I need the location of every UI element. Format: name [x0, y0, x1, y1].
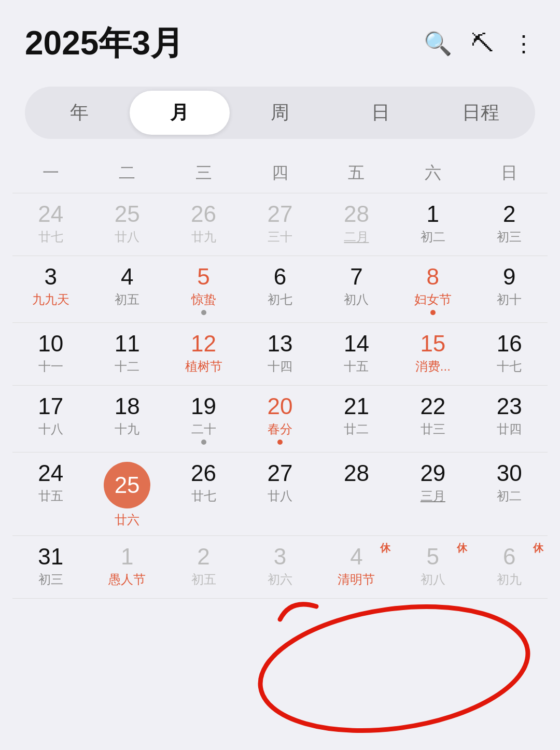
weekday-sat: 六 [395, 158, 471, 189]
week-6: 31 初三 1 愚人节 2 初五 3 初六 休 4 清明节 休 5 初八 休 6… [12, 535, 548, 599]
day-mar-28[interactable]: 28 [318, 452, 395, 535]
event-dot [430, 310, 436, 315]
day-mar-23[interactable]: 23 廿四 [471, 386, 548, 452]
day-mar-29[interactable]: 29 三月 [395, 452, 471, 535]
search-icon[interactable]: 🔍 [424, 30, 452, 57]
day-mar-22[interactable]: 22 廿三 [395, 386, 471, 452]
day-mar-13[interactable]: 13 十四 [242, 323, 318, 385]
day-mar-10[interactable]: 10 十一 [12, 323, 89, 385]
week-3: 10 十一 11 十二 12 植树节 13 十四 14 十五 15 消费... … [12, 322, 548, 385]
header-actions: 🔍 ⛏ ⋮ [424, 30, 535, 57]
day-apr-5[interactable]: 休 5 初八 [395, 536, 471, 598]
day-apr-2[interactable]: 2 初五 [165, 536, 242, 598]
event-dot [277, 440, 283, 445]
rest-badge: 休 [380, 541, 390, 555]
rest-badge: 休 [457, 541, 467, 555]
day-mar-17[interactable]: 17 十八 [12, 386, 89, 452]
filter-icon[interactable]: ⛏ [471, 31, 494, 56]
day-mar-26[interactable]: 26 廿七 [165, 452, 242, 535]
weekday-thu: 四 [242, 158, 318, 189]
rest-badge: 休 [533, 541, 543, 555]
weekday-mon: 一 [12, 158, 89, 189]
more-icon[interactable]: ⋮ [512, 30, 535, 56]
day-mar-19[interactable]: 19 二十 [165, 386, 242, 452]
day-apr-3[interactable]: 3 初六 [242, 536, 318, 598]
day-mar-24[interactable]: 24 廿五 [12, 452, 89, 535]
day-mar-18[interactable]: 18 十九 [89, 386, 165, 452]
day-feb-25[interactable]: 25 廿八 [89, 193, 165, 256]
day-feb-28[interactable]: 28 二月 [318, 193, 395, 256]
day-mar-20[interactable]: 20 春分 [242, 386, 318, 452]
week-1: 24 廿七 25 廿八 26 廿九 27 三十 28 二月 1 初二 2 初三 [12, 193, 548, 256]
calendar-grid: 24 廿七 25 廿八 26 廿九 27 三十 28 二月 1 初二 2 初三 [0, 193, 560, 599]
tab-month[interactable]: 月 [130, 91, 230, 135]
day-mar-14[interactable]: 14 十五 [318, 323, 395, 385]
week-4: 17 十八 18 十九 19 二十 20 春分 21 廿二 22 廿三 23 廿… [12, 385, 548, 452]
day-mar-4[interactable]: 4 初五 [89, 256, 165, 322]
today-indicator: 25 [104, 462, 150, 508]
day-mar-1[interactable]: 1 初二 [395, 193, 471, 256]
day-mar-27[interactable]: 27 廿八 [242, 452, 318, 535]
day-mar-16[interactable]: 16 十七 [471, 323, 548, 385]
day-mar-12[interactable]: 12 植树节 [165, 323, 242, 385]
weekday-fri: 五 [318, 158, 395, 189]
tab-day[interactable]: 日 [330, 91, 431, 135]
tab-schedule[interactable]: 日程 [430, 91, 531, 135]
weekday-tue: 二 [89, 158, 165, 189]
day-apr-6[interactable]: 休 6 初九 [471, 536, 548, 598]
day-feb-24[interactable]: 24 廿七 [12, 193, 89, 256]
day-feb-26[interactable]: 26 廿九 [165, 193, 242, 256]
weekday-sun: 日 [471, 158, 548, 189]
tab-week[interactable]: 周 [230, 91, 330, 135]
day-feb-27[interactable]: 27 三十 [242, 193, 318, 256]
day-mar-9[interactable]: 9 初十 [471, 256, 548, 322]
header: 2025年3月 🔍 ⛏ ⋮ [0, 0, 560, 76]
view-tabs: 年 月 周 日 日程 [25, 87, 535, 139]
day-mar-21[interactable]: 21 廿二 [318, 386, 395, 452]
day-mar-11[interactable]: 11 十二 [89, 323, 165, 385]
event-dot [201, 440, 206, 445]
day-apr-1[interactable]: 1 愚人节 [89, 536, 165, 598]
day-mar-7[interactable]: 7 初八 [318, 256, 395, 322]
day-mar-15[interactable]: 15 消费... [395, 323, 471, 385]
day-mar-3[interactable]: 3 九九天 [12, 256, 89, 322]
day-apr-4[interactable]: 休 4 清明节 [318, 536, 395, 598]
weekday-wed: 三 [165, 158, 242, 189]
day-mar-31[interactable]: 31 初三 [12, 536, 89, 598]
week-2: 3 九九天 4 初五 5 惊蛰 6 初七 7 初八 8 妇女节 9 初十 [12, 256, 548, 322]
week-5: 24 廿五 25 廿六 26 廿七 27 廿八 28 29 三月 30 初二 [12, 452, 548, 535]
event-dot [201, 310, 206, 315]
day-mar-6[interactable]: 6 初七 [242, 256, 318, 322]
day-mar-5[interactable]: 5 惊蛰 [165, 256, 242, 322]
svg-point-0 [253, 591, 536, 746]
page-title: 2025年3月 [25, 21, 184, 66]
day-mar-2[interactable]: 2 初三 [471, 193, 548, 256]
tab-year[interactable]: 年 [29, 91, 130, 135]
day-mar-8[interactable]: 8 妇女节 [395, 256, 471, 322]
day-mar-30[interactable]: 30 初二 [471, 452, 548, 535]
weekday-header: 一 二 三 四 五 六 日 [0, 158, 560, 189]
day-mar-25-today[interactable]: 25 廿六 [89, 452, 165, 535]
